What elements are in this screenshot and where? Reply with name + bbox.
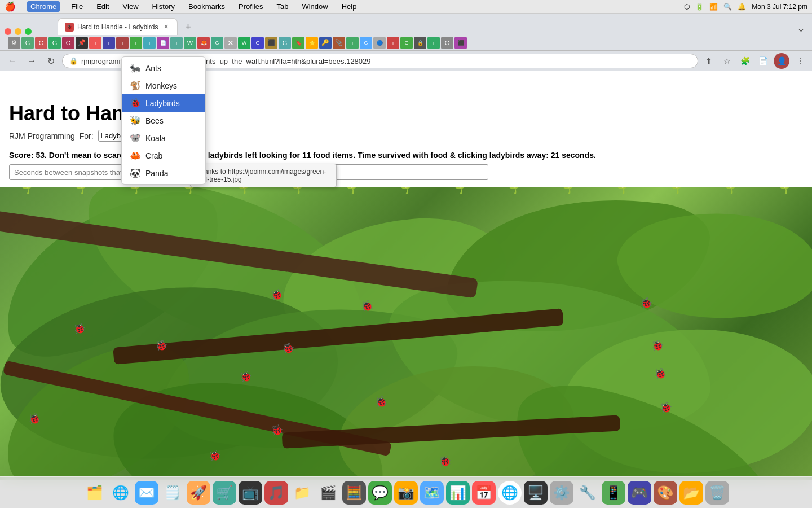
ladybird-11[interactable] bbox=[439, 455, 450, 464]
ext-21[interactable]: 🔖 bbox=[292, 37, 304, 49]
ext-31[interactable]: i bbox=[427, 37, 440, 49]
leaves-background[interactable]: 🌱🌱🌱🌱🌱 🌱🌱🌱🌱🌱 🌱🌱🌱🌱🌱 bbox=[0, 187, 812, 480]
ext-32[interactable]: G bbox=[441, 37, 453, 49]
dock-calc[interactable]: 🧮 bbox=[342, 481, 366, 505]
ext-close[interactable]: ✕ bbox=[224, 37, 237, 49]
ladybird-15[interactable] bbox=[660, 401, 671, 410]
dock-tv[interactable]: 📺 bbox=[239, 481, 262, 505]
ladybird-13[interactable] bbox=[651, 339, 663, 348]
menubar-chrome[interactable]: Chrome bbox=[27, 1, 60, 12]
dock-movies[interactable]: 🎬 bbox=[316, 481, 340, 505]
dock-tools[interactable]: 🔧 bbox=[576, 481, 599, 505]
dock-chrome[interactable]: 🌐 bbox=[498, 481, 522, 505]
menubar-bookmarks[interactable]: Bookmarks bbox=[186, 2, 227, 11]
ext-19[interactable]: ⬛ bbox=[265, 37, 277, 49]
ladybird-2[interactable] bbox=[271, 288, 282, 297]
ext-30[interactable]: 🔒 bbox=[414, 37, 426, 49]
menubar-tab[interactable]: Tab bbox=[274, 2, 290, 11]
dock-music[interactable]: 🎵 bbox=[264, 481, 288, 505]
ext-2[interactable]: G bbox=[21, 37, 34, 49]
ext-7[interactable]: i bbox=[89, 37, 102, 49]
menubar-edit[interactable]: Edit bbox=[94, 2, 111, 11]
ext-28[interactable]: i bbox=[387, 37, 399, 49]
dock-files[interactable]: 📁 bbox=[290, 481, 314, 505]
bookmark-button[interactable]: ☆ bbox=[720, 54, 734, 68]
ext-3[interactable]: G bbox=[35, 37, 47, 49]
ladybird-4[interactable] bbox=[155, 339, 166, 348]
ext-18[interactable]: G bbox=[251, 37, 264, 49]
ladybird-8[interactable] bbox=[28, 413, 39, 422]
reader-mode-button[interactable]: 📄 bbox=[756, 54, 770, 68]
ext-16[interactable]: G bbox=[211, 37, 223, 49]
tab-close-button[interactable]: ✕ bbox=[161, 23, 170, 32]
notification-icon[interactable]: 🔔 bbox=[738, 3, 746, 11]
dock-store[interactable]: 🛒 bbox=[213, 481, 236, 505]
dropdown-item-bees[interactable]: 🐝 Bees bbox=[122, 112, 205, 129]
menubar-history[interactable]: History bbox=[150, 2, 177, 11]
menu-button[interactable]: ⋮ bbox=[793, 54, 807, 68]
dock-calendar[interactable]: 📅 bbox=[472, 481, 496, 505]
active-tab[interactable]: 🐞 Hard to Handle - Ladybirds ✕ bbox=[58, 18, 178, 35]
menubar-help[interactable]: Help bbox=[339, 2, 359, 11]
dropdown-item-koala[interactable]: 🐨 Koala bbox=[122, 129, 205, 147]
dropdown-item-ants[interactable]: 🐜 Ants bbox=[122, 59, 205, 77]
ext-6[interactable]: 📌 bbox=[76, 37, 88, 49]
dock-messages[interactable]: 💬 bbox=[368, 481, 392, 505]
ext-33[interactable]: ⬛ bbox=[454, 37, 467, 49]
ext-9[interactable]: i bbox=[116, 37, 129, 49]
ladybird-5[interactable] bbox=[282, 342, 293, 351]
ext-15[interactable]: 🦊 bbox=[197, 37, 210, 49]
share-button[interactable]: ⬆ bbox=[701, 54, 716, 68]
ext-13[interactable]: i bbox=[170, 37, 183, 49]
ext-14[interactable]: W bbox=[184, 37, 196, 49]
ext-10[interactable]: i bbox=[130, 37, 142, 49]
ladybird-9[interactable] bbox=[271, 424, 282, 433]
ext-24[interactable]: 📎 bbox=[333, 37, 345, 49]
dock-photos[interactable]: 📸 bbox=[394, 481, 418, 505]
dock-numbers[interactable]: 📊 bbox=[446, 481, 470, 505]
dock-games[interactable]: 🎮 bbox=[628, 481, 651, 505]
ext-27[interactable]: 🔵 bbox=[373, 37, 386, 49]
minimize-button[interactable] bbox=[15, 28, 21, 35]
ladybird-1[interactable] bbox=[361, 300, 372, 309]
dock-filezilla[interactable]: 📂 bbox=[679, 481, 703, 505]
creature-dropdown[interactable]: 🐜 Ants 🐒 Monkeys 🐞 Ladybirds 🐝 Bees 🐨 Ko… bbox=[121, 56, 206, 185]
ext-20[interactable]: G bbox=[279, 37, 291, 49]
ext-26[interactable]: G bbox=[360, 37, 372, 49]
ladybird-14[interactable] bbox=[654, 367, 665, 376]
dock-safari[interactable]: 🌐 bbox=[109, 481, 133, 505]
ext-23[interactable]: 🔑 bbox=[319, 37, 332, 49]
ladybird-3[interactable] bbox=[73, 322, 85, 331]
menubar-window[interactable]: Window bbox=[299, 2, 330, 11]
ladybird-7[interactable] bbox=[375, 396, 386, 405]
ext-25[interactable]: i bbox=[346, 37, 359, 49]
dock-monitor[interactable]: 🖥️ bbox=[524, 481, 548, 505]
ext-1[interactable]: ⚙ bbox=[8, 37, 20, 49]
dock-art[interactable]: 🎨 bbox=[654, 481, 677, 505]
dock-phone[interactable]: 📱 bbox=[602, 481, 625, 505]
extensions-button[interactable]: 🧩 bbox=[738, 54, 752, 68]
dock-finder[interactable]: 🗂️ bbox=[83, 481, 107, 505]
dropdown-item-panda[interactable]: 🐼 Panda bbox=[122, 164, 205, 182]
dock-maps[interactable]: 🗺️ bbox=[420, 481, 444, 505]
menubar-view[interactable]: View bbox=[121, 2, 141, 11]
dropdown-item-monkeys[interactable]: 🐒 Monkeys bbox=[122, 77, 205, 94]
dock-trash[interactable]: 🗑️ bbox=[705, 481, 729, 505]
dropdown-item-crab[interactable]: 🦀 Crab bbox=[122, 147, 205, 164]
apple-menu[interactable]: 🍎 bbox=[5, 1, 16, 12]
ext-22[interactable]: ⭐ bbox=[306, 37, 318, 49]
new-tab-button[interactable]: + bbox=[180, 19, 196, 35]
reload-button[interactable]: ↻ bbox=[43, 53, 59, 69]
close-button[interactable] bbox=[5, 28, 11, 35]
dock-mail[interactable]: ✉️ bbox=[135, 481, 158, 505]
tab-search-button[interactable]: ⌄ bbox=[794, 21, 807, 35]
ladybird-12[interactable] bbox=[640, 297, 651, 306]
back-button[interactable]: ← bbox=[5, 53, 20, 69]
ext-4[interactable]: G bbox=[48, 37, 61, 49]
ext-5[interactable]: G bbox=[62, 37, 74, 49]
ext-17[interactable]: W bbox=[238, 37, 250, 49]
ext-29[interactable]: G bbox=[400, 37, 413, 49]
ladybird-10[interactable] bbox=[209, 449, 220, 458]
dock-notes[interactable]: 🗒️ bbox=[161, 481, 184, 505]
dock-launchpad[interactable]: 🚀 bbox=[187, 481, 210, 505]
